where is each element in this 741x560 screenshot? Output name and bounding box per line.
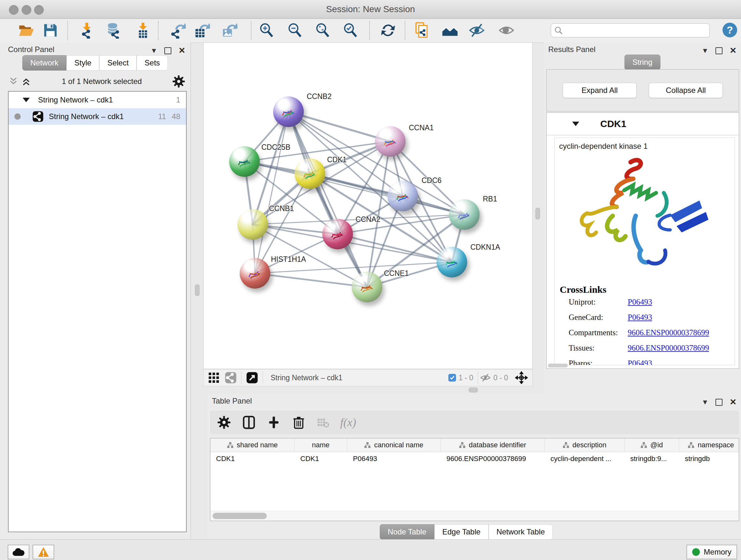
zoom-in-icon[interactable] xyxy=(259,22,275,39)
column-header-canonical-name[interactable]: canonical name xyxy=(347,438,441,452)
tab-node-table[interactable]: Node Table xyxy=(380,524,434,540)
results-scrollbar-thumb[interactable] xyxy=(548,364,568,368)
share-view-icon[interactable] xyxy=(225,372,237,384)
right-splitter-handle[interactable] xyxy=(536,208,540,219)
results-panel-collapse-icon[interactable]: ▼ xyxy=(701,47,709,55)
crosslink-value-link[interactable]: P06493 xyxy=(628,313,652,322)
table-panel-float-icon[interactable] xyxy=(716,399,723,406)
expand-all-networks-icon[interactable] xyxy=(21,76,31,87)
network-edge-HIST1H1A-CCNE1[interactable] xyxy=(255,273,367,287)
column-header-namespace[interactable]: namespace xyxy=(679,438,739,452)
network-node-CDK1[interactable] xyxy=(294,159,325,189)
tab-network[interactable]: Network xyxy=(22,55,66,71)
zoom-selected-icon[interactable] xyxy=(342,22,359,39)
network-collection-row[interactable]: String Network – cdk1 1 xyxy=(9,91,186,108)
bottom-splitter-handle[interactable] xyxy=(469,388,478,392)
table-cell[interactable]: cyclin-dependent ... xyxy=(545,452,624,465)
table-cell[interactable]: stringdb xyxy=(679,452,739,465)
network-row[interactable]: String Network – cdk1 11 48 xyxy=(9,108,186,125)
table-cell[interactable]: stringdb:9... xyxy=(624,452,679,465)
results-panel-float-icon[interactable] xyxy=(716,47,723,54)
table-cell[interactable]: CDK1 xyxy=(294,452,347,465)
control-panel-title: Control Panel xyxy=(8,45,54,54)
network-node-CCNB1[interactable] xyxy=(238,209,268,240)
memory-button[interactable]: Memory xyxy=(686,545,737,559)
export-table-icon[interactable] xyxy=(193,22,210,39)
tab-sets[interactable]: Sets xyxy=(137,55,168,71)
open-session-icon[interactable] xyxy=(18,22,35,39)
protein-collapse-icon[interactable] xyxy=(572,122,579,126)
crosslink-value-link[interactable]: P06493 xyxy=(628,298,652,307)
tab-edge-table[interactable]: Edge Table xyxy=(434,524,488,540)
network-node-HIST1H1A[interactable] xyxy=(240,258,270,289)
column-header-name[interactable]: name xyxy=(294,438,347,452)
column-header-description[interactable]: description xyxy=(545,438,624,452)
zoom-out-icon[interactable] xyxy=(287,22,304,39)
table-options-gear-icon[interactable] xyxy=(217,415,231,429)
save-session-icon[interactable] xyxy=(42,22,59,39)
show-columns-icon[interactable] xyxy=(242,415,256,429)
open-in-new-window-icon[interactable] xyxy=(246,372,258,384)
network-node-CCNB2[interactable] xyxy=(273,97,304,127)
table-panel-collapse-icon[interactable]: ▼ xyxy=(701,398,709,407)
network-node-CDC6[interactable] xyxy=(387,181,418,211)
network-canvas[interactable]: CCNB2CCNA1CDC25BCDK1CDC6RB1CCNB1CCNA2CDK… xyxy=(203,43,533,369)
import-network-database-icon[interactable] xyxy=(106,22,122,39)
collapse-all-button[interactable]: Collapse All xyxy=(649,83,723,98)
control-panel-close-icon[interactable]: ✕ xyxy=(179,46,185,56)
zoom-fit-content-icon[interactable] xyxy=(315,22,331,39)
add-column-icon[interactable] xyxy=(267,415,281,429)
selected-nodes-checkbox[interactable] xyxy=(448,374,456,381)
control-panel-float-icon[interactable] xyxy=(164,47,172,54)
search-input[interactable] xyxy=(565,26,706,35)
network-node-CCNE1[interactable] xyxy=(352,272,382,302)
tab-string[interactable]: String xyxy=(624,55,661,70)
toolbar-separator xyxy=(67,21,68,40)
network-from-selection-icon[interactable] xyxy=(414,22,430,39)
tab-select[interactable]: Select xyxy=(99,55,137,71)
crosslink-value-link[interactable]: 9606.ENSP00000378699 xyxy=(628,344,709,353)
table-panel-close-icon[interactable]: ✕ xyxy=(730,397,737,407)
table-cell[interactable]: P06493 xyxy=(347,452,441,465)
network-node-CCNA1[interactable] xyxy=(375,126,406,157)
homes-icon[interactable] xyxy=(442,22,458,39)
tab-style[interactable]: Style xyxy=(66,55,99,71)
import-table-file-icon[interactable] xyxy=(135,22,151,39)
column-header-database-identifier[interactable]: database identifier xyxy=(441,438,545,452)
table-cell[interactable]: 9606.ENSP00000378699 xyxy=(441,452,545,465)
help-button[interactable]: ? xyxy=(723,23,737,37)
import-network-file-icon[interactable] xyxy=(78,22,95,39)
results-panel-close-icon[interactable]: ✕ xyxy=(730,46,737,56)
column-header-shared-name[interactable]: shared name xyxy=(210,438,294,452)
hidden-eye-slash-icon[interactable] xyxy=(480,372,491,383)
protein-header-row[interactable]: CDK1 xyxy=(547,113,739,135)
table-hscrollbar[interactable] xyxy=(210,511,739,521)
crosslink-value-link[interactable]: P06493 xyxy=(628,359,652,365)
collapse-all-networks-icon[interactable] xyxy=(8,76,19,87)
collection-collapse-icon[interactable] xyxy=(23,98,30,102)
expand-all-button[interactable]: Expand All xyxy=(562,83,636,98)
control-panel-collapse-icon[interactable]: ▼ xyxy=(150,47,157,55)
left-splitter-handle[interactable] xyxy=(195,285,199,296)
apply-preferred-layout-icon[interactable] xyxy=(380,22,396,39)
hide-selected-eye-slash-icon[interactable] xyxy=(468,22,485,39)
table-cell[interactable]: CDK1 xyxy=(210,452,294,465)
column-header--id[interactable]: @id xyxy=(624,438,679,452)
warnings-button[interactable] xyxy=(32,545,54,559)
crosslink-value-link[interactable]: 9606.ENSP00000378699 xyxy=(628,328,709,337)
birds-eye-view-icon[interactable] xyxy=(515,371,528,384)
delete-column-trash-icon[interactable] xyxy=(292,415,306,429)
grid-view-icon[interactable] xyxy=(208,372,219,383)
export-image-icon[interactable] xyxy=(221,22,238,39)
table-row[interactable]: CDK1CDK1P064939606.ENSP00000378699cyclin… xyxy=(210,452,739,465)
cloud-button[interactable] xyxy=(8,545,29,559)
show-all-eye-icon[interactable] xyxy=(498,22,515,39)
table-hscrollbar-thumb[interactable] xyxy=(212,513,267,519)
network-node-CDKN1A[interactable] xyxy=(436,247,467,277)
network-node-CCNA2[interactable] xyxy=(322,219,353,249)
export-network-icon[interactable] xyxy=(169,22,186,39)
network-options-gear-icon[interactable] xyxy=(172,75,185,88)
network-node-CDC25B[interactable] xyxy=(229,146,260,177)
network-node-RB1[interactable] xyxy=(449,199,480,230)
tab-network-table[interactable]: Network Table xyxy=(488,524,553,540)
